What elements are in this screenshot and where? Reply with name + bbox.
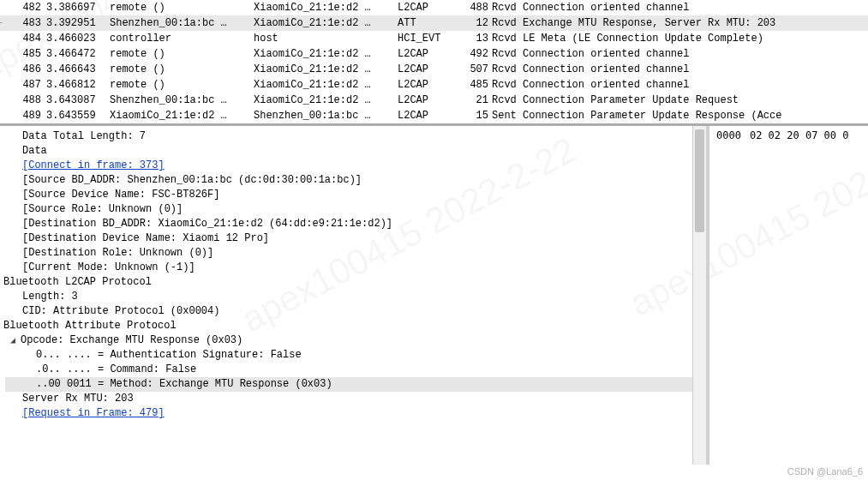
col-protocol: L2CAP	[398, 110, 456, 122]
col-time: 3.643087	[46, 94, 110, 106]
col-protocol: L2CAP	[398, 48, 456, 60]
packet-row[interactable]: 4873.466812remote ()XiaomiCo_21:1e:d2 …L…	[0, 77, 868, 93]
opcode[interactable]: ◢Opcode: Exchange MTU Response (0x03)	[5, 333, 706, 348]
packet-row[interactable]: 4823.386697remote ()XiaomiCo_21:1e:d2 …L…	[0, 0, 868, 15]
col-length: 12	[456, 17, 492, 29]
col-no: 487	[5, 79, 46, 91]
l2cap-header[interactable]: ◢Bluetooth L2CAP Protocol	[5, 275, 706, 290]
packet-row[interactable]: 4863.466643remote ()XiaomiCo_21:1e:d2 …L…	[0, 62, 868, 77]
col-protocol: L2CAP	[398, 2, 456, 14]
packet-row[interactable]: 4883.643087Shenzhen_00:1a:bc …XiaomiCo_2…	[0, 93, 868, 108]
col-destination: XiaomiCo_21:1e:d2 …	[254, 63, 398, 75]
att-header[interactable]: ◢Bluetooth Attribute Protocol	[5, 319, 706, 333]
packet-row[interactable]: ←4833.392951Shenzhen_00:1a:bc …XiaomiCo_…	[0, 15, 868, 31]
col-info: Rcvd Connection oriented channel	[492, 2, 689, 14]
col-no: 489	[5, 110, 46, 122]
data-total-length: Data Total Length: 7	[5, 129, 706, 144]
col-protocol: ATT	[398, 17, 456, 29]
scrollbar[interactable]	[692, 126, 706, 465]
col-info: Rcvd Connection oriented channel	[492, 48, 689, 60]
col-no: 482	[5, 2, 46, 14]
col-source: Shenzhen_00:1a:bc …	[110, 17, 254, 29]
col-time: 3.386697	[46, 2, 110, 14]
connect-in-frame-link[interactable]: [Connect in frame: 373]	[22, 159, 165, 171]
col-source: XiaomiCo_21:1e:d2 …	[110, 110, 254, 122]
col-time: 3.392951	[46, 17, 110, 29]
command-flag: .0.. .... = Command: False	[5, 363, 706, 377]
col-destination: XiaomiCo_21:1e:d2 …	[254, 2, 398, 14]
col-length: 21	[456, 94, 492, 106]
col-destination: XiaomiCo_21:1e:d2 …	[254, 17, 398, 29]
packet-row[interactable]: 4843.466023controllerhostHCI_EVT13Rcvd L…	[0, 31, 868, 46]
col-destination: Shenzhen_00:1a:bc …	[254, 110, 398, 122]
packet-row[interactable]: 4893.643559XiaomiCo_21:1e:d2 …Shenzhen_0…	[0, 108, 868, 123]
col-info: Sent Connection Parameter Update Respons…	[492, 110, 781, 122]
col-time: 3.466812	[46, 79, 110, 91]
destination-device-name: [Destination Device Name: Xiaomi 12 Pro]	[5, 231, 706, 246]
destination-role: [Destination Role: Unknown (0)]	[5, 246, 706, 261]
col-info: Rcvd LE Meta (LE Connection Update Compl…	[492, 33, 763, 45]
current-mode: [Current Mode: Unknown (-1)]	[5, 261, 706, 275]
col-no: 488	[5, 94, 46, 106]
col-length: 13	[456, 33, 492, 45]
col-source: Shenzhen_00:1a:bc …	[110, 94, 254, 106]
request-in-frame-link[interactable]: [Request in Frame: 479]	[22, 407, 165, 419]
col-no: 483	[5, 17, 46, 29]
auth-signature: 0... .... = Authentication Signature: Fa…	[5, 348, 706, 363]
l2cap-length: Length: 3	[5, 290, 706, 304]
method[interactable]: ..00 0011 = Method: Exchange MTU Respons…	[5, 377, 706, 392]
l2cap-cid: CID: Attribute Protocol (0x0004)	[5, 304, 706, 319]
collapse-icon: ◢	[0, 275, 2, 290]
hex-pane[interactable]: 000002 02 20 07 00 0	[709, 126, 868, 465]
collapse-icon: ◢	[10, 333, 19, 348]
packet-row[interactable]: 4853.466472remote ()XiaomiCo_21:1e:d2 …L…	[0, 46, 868, 62]
col-source: remote ()	[110, 63, 254, 75]
selected-arrow-icon: ←	[0, 17, 3, 27]
col-destination: XiaomiCo_21:1e:d2 …	[254, 79, 398, 91]
col-time: 3.466472	[46, 48, 110, 60]
scrollbar-thumb[interactable]	[695, 129, 704, 232]
col-time: 3.466023	[46, 33, 110, 45]
col-length: 507	[456, 63, 492, 75]
col-length: 485	[456, 79, 492, 91]
col-protocol: L2CAP	[398, 79, 456, 91]
col-source: controller	[110, 33, 254, 45]
col-no: 485	[5, 48, 46, 60]
packet-list[interactable]: 4823.386697remote ()XiaomiCo_21:1e:d2 …L…	[0, 0, 868, 125]
col-destination: XiaomiCo_21:1e:d2 …	[254, 94, 398, 106]
hex-bytes: 02 02 20 07 00 0	[750, 129, 849, 141]
col-info: Rcvd Connection Parameter Update Request	[492, 94, 739, 106]
packet-detail-tree[interactable]: Data Total Length: 7 Data [Connect in fr…	[0, 126, 709, 465]
col-no: 484	[5, 33, 46, 45]
source-role: [Source Role: Unknown (0)]	[5, 202, 706, 217]
col-source: remote ()	[110, 2, 254, 14]
data-section: Data	[5, 144, 706, 159]
destination-bdaddr: [Destination BD_ADDR: XiaomiCo_21:1e:d2 …	[5, 217, 706, 231]
col-info: Rcvd Connection oriented channel	[492, 79, 689, 91]
col-source: remote ()	[110, 48, 254, 60]
col-source: remote ()	[110, 79, 254, 91]
collapse-icon: ◢	[0, 319, 2, 333]
col-time: 3.466643	[46, 63, 110, 75]
col-time: 3.643559	[46, 110, 110, 122]
col-no: 486	[5, 63, 46, 75]
source-device-name: [Source Device Name: FSC-BT826F]	[5, 188, 706, 202]
source-bdaddr: [Source BD_ADDR: Shenzhen_00:1a:bc (dc:0…	[5, 173, 706, 188]
watermark: CSDN @Lana6_6	[787, 466, 863, 477]
col-length: 15	[456, 110, 492, 122]
col-destination: XiaomiCo_21:1e:d2 …	[254, 48, 398, 60]
col-info: Rcvd Exchange MTU Response, Server Rx MT…	[492, 17, 775, 29]
col-protocol: L2CAP	[398, 63, 456, 75]
server-rx-mtu: Server Rx MTU: 203	[5, 392, 706, 406]
col-info: Rcvd Connection oriented channel	[492, 63, 689, 75]
col-length: 488	[456, 2, 492, 14]
col-length: 492	[456, 48, 492, 60]
col-protocol: HCI_EVT	[398, 33, 456, 45]
col-protocol: L2CAP	[398, 94, 456, 106]
hex-offset: 0000	[716, 129, 741, 141]
col-destination: host	[254, 33, 398, 45]
